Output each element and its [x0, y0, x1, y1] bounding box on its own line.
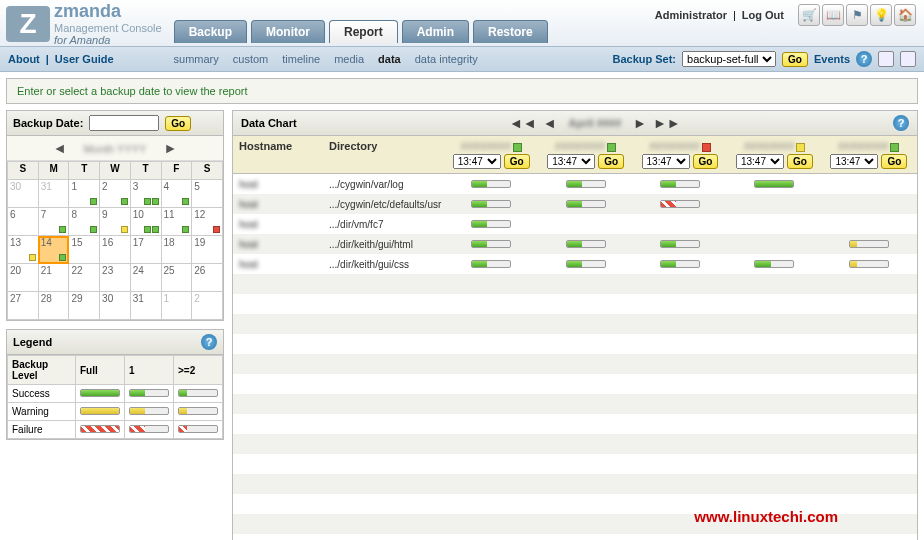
- legend-bar: [178, 389, 218, 397]
- chart-next-icon[interactable]: ►: [633, 115, 647, 131]
- chart-help-icon[interactable]: ?: [893, 115, 909, 131]
- flag-icon[interactable]: ⚑: [846, 4, 868, 26]
- cal-day[interactable]: 20: [8, 264, 39, 292]
- subtab-timeline[interactable]: timeline: [282, 53, 320, 65]
- cal-day[interactable]: 16: [100, 236, 131, 264]
- home-icon[interactable]: 🏠: [894, 4, 916, 26]
- chart-last-icon[interactable]: ►►: [653, 115, 681, 131]
- events-link[interactable]: Events: [814, 53, 850, 65]
- cal-day[interactable]: 2: [192, 292, 223, 320]
- cal-day[interactable]: 10: [130, 208, 161, 236]
- cal-day[interactable]: 24: [130, 264, 161, 292]
- time-go[interactable]: Go: [504, 154, 530, 169]
- cal-day[interactable]: 29: [69, 292, 100, 320]
- data-row: host.../dir/keith/gui/css: [233, 254, 917, 274]
- chart-rows: host.../cygwin/var/loghost.../cygwin/etc…: [232, 174, 918, 540]
- subtab-media[interactable]: media: [334, 53, 364, 65]
- cal-day[interactable]: 3: [130, 180, 161, 208]
- time-go[interactable]: Go: [787, 154, 813, 169]
- tab-monitor[interactable]: Monitor: [251, 20, 325, 43]
- row-directory: .../dir/keith/gui/html: [329, 239, 449, 250]
- bulb-icon[interactable]: 💡: [870, 4, 892, 26]
- cal-day[interactable]: 21: [38, 264, 69, 292]
- time-select[interactable]: 13:47: [453, 154, 501, 169]
- tab-admin[interactable]: Admin: [402, 20, 469, 43]
- tab-report[interactable]: Report: [329, 20, 398, 43]
- about-link[interactable]: About: [8, 53, 40, 65]
- legend-help-icon[interactable]: ?: [201, 334, 217, 350]
- time-go[interactable]: Go: [598, 154, 624, 169]
- legend-row-label: Warning: [8, 403, 76, 421]
- backup-set-label: Backup Set:: [612, 53, 676, 65]
- cal-day[interactable]: 23: [100, 264, 131, 292]
- cal-day[interactable]: 30: [100, 292, 131, 320]
- cal-day[interactable]: 30: [8, 180, 39, 208]
- cal-day[interactable]: 5: [192, 180, 223, 208]
- legend-table: Backup LevelFull1>=2SuccessWarningFailur…: [7, 355, 223, 439]
- cal-day[interactable]: 26: [192, 264, 223, 292]
- chart-first-icon[interactable]: ◄◄: [509, 115, 537, 131]
- book-icon[interactable]: 📖: [822, 4, 844, 26]
- backup-date-input[interactable]: [89, 115, 159, 131]
- data-bar: [471, 260, 511, 268]
- empty-row: [233, 354, 917, 374]
- subtab-data[interactable]: data: [378, 53, 401, 65]
- cal-day[interactable]: 15: [69, 236, 100, 264]
- cal-day[interactable]: 19: [192, 236, 223, 264]
- cal-day[interactable]: 11: [161, 208, 192, 236]
- cal-day[interactable]: 6: [8, 208, 39, 236]
- window-icon-2[interactable]: [900, 51, 916, 67]
- row-hostname: host: [239, 239, 329, 250]
- cal-day[interactable]: 2: [100, 180, 131, 208]
- cal-day[interactable]: 1: [161, 292, 192, 320]
- help-icon[interactable]: ?: [856, 51, 872, 67]
- backup-set-select[interactable]: backup-set-full: [682, 51, 776, 67]
- time-select[interactable]: 13:47: [547, 154, 595, 169]
- cal-day[interactable]: 12: [192, 208, 223, 236]
- cal-day[interactable]: 27: [8, 292, 39, 320]
- cal-dow: T: [69, 162, 100, 180]
- cal-prev-icon[interactable]: ◄: [47, 140, 73, 156]
- cal-day[interactable]: 31: [38, 180, 69, 208]
- empty-row: [233, 434, 917, 454]
- cal-dow: S: [192, 162, 223, 180]
- cal-day[interactable]: 7: [38, 208, 69, 236]
- subtab-custom[interactable]: custom: [233, 53, 268, 65]
- cal-day[interactable]: 9: [100, 208, 131, 236]
- logout-link[interactable]: Log Out: [742, 9, 784, 21]
- user-guide-link[interactable]: User Guide: [55, 53, 114, 65]
- window-icon-1[interactable]: [878, 51, 894, 67]
- time-select[interactable]: 13:47: [642, 154, 690, 169]
- cal-day[interactable]: 25: [161, 264, 192, 292]
- backup-date-go[interactable]: Go: [165, 116, 191, 131]
- cart-icon[interactable]: 🛒: [798, 4, 820, 26]
- chart-prev-icon[interactable]: ◄: [543, 115, 557, 131]
- cal-day[interactable]: 4: [161, 180, 192, 208]
- cal-day[interactable]: 14: [38, 236, 69, 264]
- tab-restore[interactable]: Restore: [473, 20, 548, 43]
- tab-backup[interactable]: Backup: [174, 20, 247, 43]
- cal-day[interactable]: 1: [69, 180, 100, 208]
- cal-day[interactable]: 28: [38, 292, 69, 320]
- empty-row: [233, 414, 917, 434]
- cal-day[interactable]: 18: [161, 236, 192, 264]
- cal-day[interactable]: 22: [69, 264, 100, 292]
- time-go[interactable]: Go: [881, 154, 907, 169]
- subtab-data-integrity[interactable]: data integrity: [415, 53, 478, 65]
- backup-set-go[interactable]: Go: [782, 52, 808, 67]
- row-hostname: host: [239, 259, 329, 270]
- cal-day[interactable]: 17: [130, 236, 161, 264]
- row-directory: .../dir/keith/gui/css: [329, 259, 449, 270]
- data-bar: [566, 200, 606, 208]
- subtab-summary[interactable]: summary: [174, 53, 219, 65]
- legend-bar: [129, 389, 169, 397]
- cal-day[interactable]: 31: [130, 292, 161, 320]
- cal-day[interactable]: 13: [8, 236, 39, 264]
- time-go[interactable]: Go: [693, 154, 719, 169]
- user-link[interactable]: Administrator: [655, 9, 727, 21]
- cal-day[interactable]: 8: [69, 208, 100, 236]
- cal-next-icon[interactable]: ►: [157, 140, 183, 156]
- col-hostname: Hostname: [239, 140, 329, 152]
- time-select[interactable]: 13:47: [736, 154, 784, 169]
- time-select[interactable]: 13:47: [830, 154, 878, 169]
